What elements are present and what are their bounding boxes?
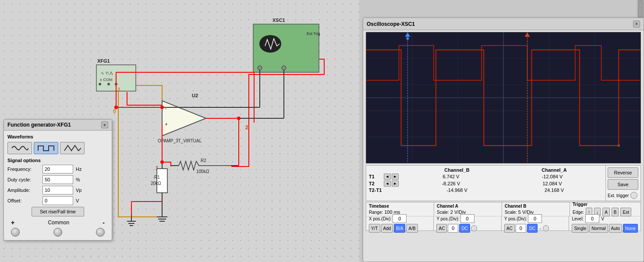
svg-text:R1: R1: [154, 175, 160, 180]
osc-save-btn[interactable]: Save: [608, 179, 638, 190]
svg-text:2: 2: [245, 124, 248, 131]
osc-trigger-level-content: Level: V Single Normal Auto None: [572, 214, 638, 233]
svg-point-13: [115, 83, 117, 85]
osc-reverse-btn[interactable]: Reverse: [608, 167, 638, 178]
fg-signal-options-label: Signal options: [7, 158, 108, 163]
osc-t2t1-col1-val: -14.968 V: [408, 188, 506, 193]
osc-waveform-svg: [366, 32, 640, 163]
osc-title-bar: Oscilloscope-XSC1 ×: [363, 18, 644, 30]
svg-text:1: 1: [156, 165, 159, 171]
osc-t2-col1-val: -8.226 V: [400, 181, 502, 186]
osc-yt-btn[interactable]: Y/T: [369, 224, 380, 233]
ext-trigger-label: Ext. trigger: [608, 193, 629, 198]
fg-plus-label: +: [11, 219, 14, 226]
osc-t1-right-btn[interactable]: ►: [392, 173, 399, 180]
svg-point-12: [107, 83, 110, 85]
osc-measurements-panel: Channel_B Channel_A T1 ◄ ► 6.742 V -12.0…: [366, 165, 641, 201]
waveform-sine-btn[interactable]: [7, 142, 32, 154]
svg-point-64: [114, 106, 118, 109]
svg-text:∿ ⊓ ⋀: ∿ ⊓ ⋀: [101, 71, 113, 75]
osc-trigger-level-row: Level: V: [572, 214, 638, 223]
osc-chA-coupling-row: AC DC: [436, 224, 477, 233]
svg-point-81: [406, 37, 409, 40]
osc-meas-col1-header: Channel_B: [408, 167, 506, 173]
osc-t2-left-btn[interactable]: ◄: [384, 181, 391, 187]
fg-plus-knob[interactable]: [11, 228, 20, 237]
svg-text:-: -: [165, 106, 166, 112]
fg-close-button[interactable]: ×: [101, 121, 108, 128]
osc-meas-t2t1-row: T2-T1 -14.968 V 24.168 V: [369, 188, 603, 193]
osc-chB-label: Channel B: [505, 204, 534, 209]
fg-title: Function generator-XFG1: [7, 122, 71, 128]
fg-waveforms-label: Waveforms: [7, 134, 108, 139]
svg-rect-35: [157, 169, 167, 193]
svg-point-65: [160, 106, 164, 109]
fg-offset-row: Offset: V: [7, 196, 108, 205]
osc-meas-col2-header: Channel_A: [506, 167, 603, 173]
osc-chA-pos-content: Y pos.(Div): AC DC: [436, 214, 477, 233]
osc-edge-label: Edge:: [573, 210, 584, 215]
fg-frequency-input[interactable]: [42, 165, 73, 173]
fg-amplitude-input[interactable]: [42, 186, 73, 195]
osc-level-input[interactable]: [585, 214, 599, 223]
svg-point-22: [282, 66, 286, 70]
osc-normal-btn[interactable]: Normal: [589, 224, 608, 233]
osc-t2t1-label: T2-T1: [369, 188, 391, 193]
osc-chA-dc-btn[interactable]: DC: [459, 224, 470, 233]
fg-minus-knob[interactable]: [96, 228, 105, 237]
fg-amplitude-label: Amplitude:: [7, 188, 42, 193]
osc-chA-ac-btn[interactable]: AC: [436, 224, 447, 233]
osc-ba-btn[interactable]: B/A: [394, 224, 405, 233]
fg-frequency-unit: Hz: [76, 166, 89, 172]
osc-t1-left-btn[interactable]: ◄: [384, 173, 391, 180]
scrollbar-thumb[interactable]: [638, 0, 644, 18]
osc-none-btn[interactable]: None: [623, 224, 638, 233]
osc-add-btn[interactable]: Add: [381, 224, 393, 233]
osc-chB-dc-indicator: [543, 225, 549, 231]
osc-chB-ypos-row: Y pos.(Div):: [504, 214, 549, 223]
svg-text:0: 0: [113, 108, 116, 114]
osc-xpos-content: X pos.(Div): Y/T Add B/A A/B: [369, 214, 418, 233]
waveform-buttons: [7, 142, 108, 154]
svg-rect-8: [96, 65, 136, 91]
osc-chB-ac-btn[interactable]: AC: [504, 224, 515, 233]
osc-meas-t2-row: T2 ◄ ► -8.226 V 12.084 V: [369, 181, 603, 187]
fg-dutycycle-input[interactable]: [42, 175, 73, 184]
waveform-square-btn[interactable]: [34, 142, 58, 154]
waveform-triangle-btn[interactable]: [60, 142, 85, 154]
fg-minus-label: -: [103, 219, 105, 226]
svg-point-21: [258, 66, 262, 70]
osc-meas-header: Channel_B Channel_A: [369, 167, 603, 173]
fg-offset-input[interactable]: [42, 196, 73, 205]
osc-chB-pos-section: Y pos.(Div): AC DC -: [502, 216, 569, 230]
osc-single-btn[interactable]: Single: [572, 224, 588, 233]
osc-chA-ac-input[interactable]: [448, 224, 458, 233]
osc-trigger-label: Trigger: [573, 202, 638, 207]
osc-xpos-input[interactable]: [393, 214, 407, 223]
fg-set-rise-fall-btn[interactable]: Set rise/Fall time: [32, 207, 84, 216]
svg-text:XSC1: XSC1: [272, 18, 285, 23]
fg-frequency-row: Frequency: Hz: [7, 165, 108, 173]
osc-level-label: Level:: [572, 216, 584, 221]
osc-close-button[interactable]: ×: [633, 21, 640, 28]
svg-point-11: [99, 83, 101, 85]
ext-trigger-row: Ext. trigger: [608, 192, 639, 199]
svg-text:20kΩ: 20kΩ: [151, 181, 161, 186]
svg-text:XFG1: XFG1: [97, 58, 110, 64]
osc-t2-right-btn[interactable]: ►: [392, 181, 399, 187]
osc-auto-btn[interactable]: Auto: [609, 224, 623, 233]
osc-chA-ypos-input[interactable]: [460, 214, 474, 223]
osc-chB-ac-input[interactable]: [516, 224, 526, 233]
osc-chA-dc-indicator: [471, 225, 477, 231]
osc-chB-dc-btn[interactable]: DC: [527, 224, 538, 233]
fg-common-knob[interactable]: [53, 228, 62, 237]
svg-text:Ext Trig: Ext Trig: [307, 32, 320, 36]
fg-common-row: + Common -: [7, 219, 108, 226]
osc-ab-btn[interactable]: A/B: [406, 224, 418, 233]
osc-t2-label: T2: [369, 181, 382, 186]
osc-chA-label: Channel A: [437, 204, 466, 209]
fg-panel: Function generator-XFG1 × Waveforms Sign…: [4, 119, 112, 241]
osc-t1-arrows: ◄ ►: [384, 173, 399, 180]
svg-point-17: [259, 35, 281, 53]
osc-chB-ypos-input[interactable]: [528, 214, 542, 223]
